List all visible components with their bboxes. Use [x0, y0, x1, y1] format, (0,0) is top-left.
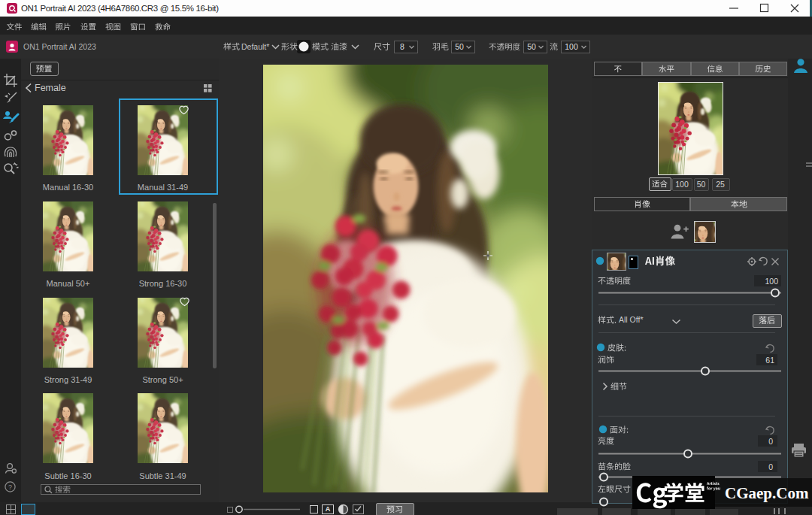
- svg-text:?: ?: [8, 483, 12, 491]
